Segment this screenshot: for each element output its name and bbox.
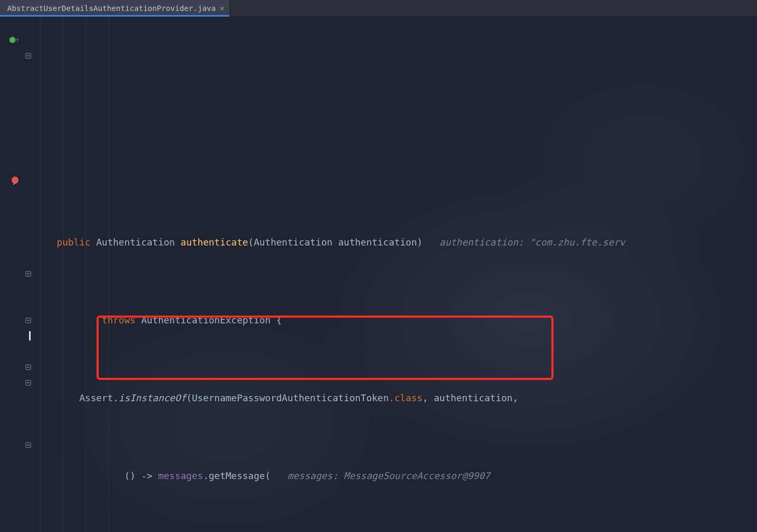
gutter-fold[interactable] bbox=[0, 437, 34, 453]
editor-tab-bar: AbstractUserDetailsAuthenticationProvide… bbox=[0, 0, 757, 17]
fold-icon bbox=[25, 271, 31, 277]
gutter-fold[interactable] bbox=[0, 359, 34, 375]
gutter-fold[interactable] bbox=[0, 266, 34, 281]
fold-icon bbox=[25, 442, 31, 448]
gutter-exec-pointer bbox=[0, 328, 34, 344]
arrow-up-icon: ↑ bbox=[16, 32, 19, 48]
editor-gutter: ↑ bbox=[0, 17, 34, 532]
inline-debug-hint: authentication: "com.zhu.fte.serv bbox=[439, 237, 625, 248]
inline-debug-hint: messages: MessageSourceAccessor@9907 bbox=[288, 470, 490, 481]
code-line: () -> messages.getMessage( messages: Mes… bbox=[34, 468, 757, 484]
gutter-override-marker[interactable]: ↑ bbox=[0, 32, 34, 48]
gutter-fold[interactable] bbox=[0, 375, 34, 390]
tab-file[interactable]: AbstractUserDetailsAuthenticationProvide… bbox=[0, 0, 230, 16]
code-surface[interactable]: public Authentication authenticate(Authe… bbox=[34, 17, 757, 532]
breakpoint-icon bbox=[11, 176, 19, 184]
code-editor[interactable]: ↑ public Authentication authenticate(Aut… bbox=[0, 17, 757, 532]
gutter-breakpoint[interactable] bbox=[0, 172, 34, 188]
fold-icon bbox=[25, 318, 31, 323]
override-icon bbox=[9, 37, 16, 43]
code-line: throws AuthenticationException { bbox=[34, 312, 757, 328]
close-icon[interactable]: × bbox=[220, 5, 224, 12]
fold-icon bbox=[25, 380, 31, 386]
tab-filename: AbstractUserDetailsAuthenticationProvide… bbox=[7, 1, 216, 16]
code-line: Assert.isInstanceOf(UsernamePasswordAuth… bbox=[34, 390, 757, 406]
code-line: public Authentication authenticate(Authe… bbox=[34, 235, 757, 250]
fold-icon bbox=[25, 53, 31, 59]
gutter-fold[interactable] bbox=[0, 312, 34, 328]
code-line bbox=[34, 157, 757, 172]
caret-icon bbox=[29, 331, 31, 340]
gutter-fold[interactable] bbox=[0, 48, 34, 63]
fold-icon bbox=[25, 364, 31, 370]
